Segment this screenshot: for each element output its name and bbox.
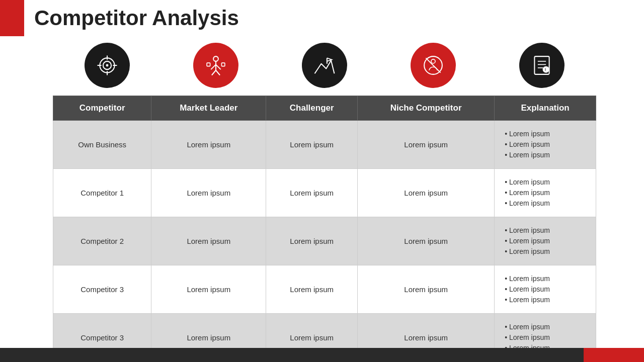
table-cell: Lorem ipsum: [266, 217, 358, 265]
table-row: Competitor 2Lorem ipsumLorem ipsumLorem …: [53, 217, 596, 265]
table-cell: Lorem ipsum: [358, 169, 495, 217]
bullet-item: Lorem ipsum: [505, 274, 591, 284]
explanation-cell: Lorem ipsumLorem ipsumLorem ipsum: [495, 265, 596, 314]
table-row: Own BusinessLorem ipsumLorem ipsumLorem …: [53, 121, 596, 169]
table-header-row: Competitor Market Leader Challenger Nich…: [53, 96, 596, 121]
svg-line-10: [216, 64, 221, 69]
table-cell: Lorem ipsum: [358, 265, 495, 314]
svg-line-17: [426, 58, 440, 72]
explanation-cell: Lorem ipsumLorem ipsumLorem ipsum: [495, 121, 596, 169]
header-niche-competitor: Niche Competitor: [358, 96, 495, 121]
bullet-item: Lorem ipsum: [505, 150, 591, 160]
table-cell: Competitor 2: [53, 217, 151, 265]
bullet-item: Lorem ipsum: [505, 177, 591, 188]
bullet-item: Lorem ipsum: [505, 225, 591, 236]
svg-rect-13: [207, 63, 210, 66]
table-cell: Lorem ipsum: [151, 217, 266, 265]
bullet-item: Lorem ipsum: [505, 246, 591, 257]
bullet-item: Lorem ipsum: [505, 188, 591, 198]
red-accent-bar: [0, 0, 24, 36]
table-cell: Lorem ipsum: [266, 265, 358, 314]
table-cell: Lorem ipsum: [151, 265, 266, 314]
header-challenger: Challenger: [266, 96, 358, 121]
table-cell: Own Business: [53, 121, 151, 169]
svg-point-18: [431, 59, 435, 63]
svg-line-9: [211, 64, 216, 69]
table-cell: Lorem ipsum: [358, 121, 495, 169]
bullet-item: Lorem ipsum: [505, 332, 591, 343]
bullet-item: Lorem ipsum: [505, 129, 591, 139]
explanation-cell: Lorem ipsumLorem ipsumLorem ipsum: [495, 169, 596, 217]
table-row: Competitor 3Lorem ipsumLorem ipsumLorem …: [53, 265, 596, 314]
bullet-item: Lorem ipsum: [505, 284, 591, 295]
header-market-leader: Market Leader: [151, 96, 266, 121]
icon-challenger: [302, 43, 347, 88]
header-explanation: Explanation: [495, 96, 596, 121]
icon-niche-competitor: [411, 43, 456, 88]
header-competitor: Competitor: [53, 96, 151, 121]
table-cell: Lorem ipsum: [266, 121, 358, 169]
icon-explanation: !: [519, 43, 565, 88]
table-cell: Lorem ipsum: [266, 169, 358, 217]
icon-market-leader: [193, 43, 238, 88]
footer-accent: [584, 348, 644, 362]
icon-competitor: [85, 43, 130, 88]
footer-bar: [0, 348, 584, 362]
bullet-item: Lorem ipsum: [505, 139, 591, 150]
table-cell: Competitor 3: [53, 265, 151, 314]
table-row: Competitor 1Lorem ipsumLorem ipsumLorem …: [53, 169, 596, 217]
svg-text:!: !: [545, 67, 546, 72]
bullet-item: Lorem ipsum: [505, 322, 591, 332]
page-title: Competitor Analysis: [34, 6, 239, 30]
table-cell: Lorem ipsum: [151, 121, 266, 169]
explanation-cell: Lorem ipsumLorem ipsumLorem ipsum: [495, 217, 596, 265]
table-cell: Lorem ipsum: [151, 169, 266, 217]
table-cell: Lorem ipsum: [358, 217, 495, 265]
svg-line-12: [216, 70, 220, 75]
table-cell: Competitor 1: [53, 169, 151, 217]
competitor-table: Competitor Market Leader Challenger Nich…: [53, 96, 596, 362]
svg-point-7: [213, 56, 218, 61]
svg-line-11: [212, 70, 216, 75]
bullet-item: Lorem ipsum: [505, 198, 591, 209]
bullet-item: Lorem ipsum: [505, 236, 591, 246]
bullet-item: Lorem ipsum: [505, 295, 591, 305]
svg-rect-14: [221, 63, 225, 66]
icons-row: !: [53, 43, 596, 88]
svg-point-2: [106, 64, 109, 67]
